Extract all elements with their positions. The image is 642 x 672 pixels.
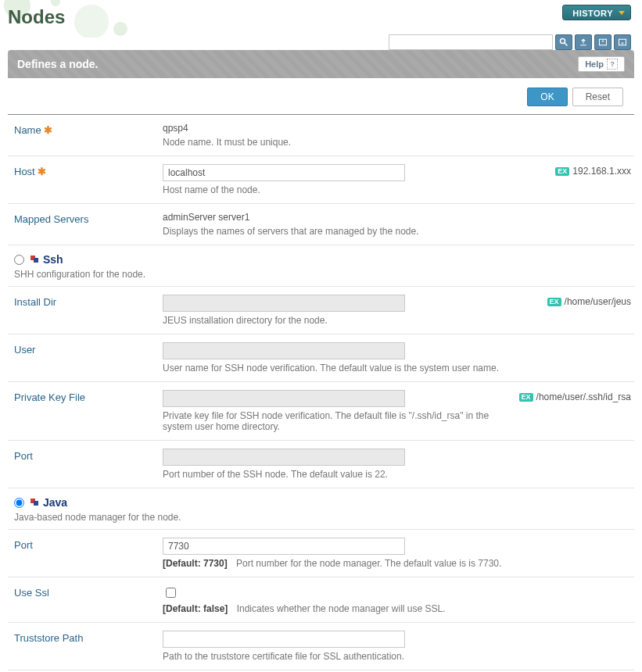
group-flag-icon <box>30 499 38 506</box>
java-radio[interactable] <box>14 498 24 508</box>
usessl-default: [Default: false] <box>163 603 228 614</box>
ssh-fields: Install Dir JEUS installation directory … <box>8 287 634 488</box>
row-mapped: Mapped Servers adminServer server1 Displ… <box>8 204 634 245</box>
value-name: qpsp4 <box>163 123 631 134</box>
xml-import-icon[interactable] <box>614 34 631 50</box>
hint-installdir-text: /home/user/jeus <box>565 296 631 307</box>
desc-installdir: JEUS installation directory for the node… <box>163 315 541 326</box>
label-user: User <box>14 342 163 356</box>
xml-export-icon[interactable] <box>594 34 612 50</box>
desc-tspath: Path to the truststore certificate file … <box>163 651 631 662</box>
basic-fields: Name✱ qpsp4 Node name. It must be unique… <box>8 115 634 245</box>
hint-pkey-text: /home/user/.ssh/id_rsa <box>536 391 631 402</box>
label-host: Host <box>14 166 35 177</box>
desc-javaport: Port number for the node manager. The de… <box>236 558 501 569</box>
search-input[interactable] <box>389 34 553 50</box>
help-button[interactable]: Help <box>578 56 625 72</box>
page-title: Nodes <box>8 6 65 28</box>
group-ssh-title: Ssh <box>43 253 63 266</box>
page-header: Nodes HISTORY <box>0 0 642 47</box>
pkey-input <box>163 390 405 407</box>
label-name: Name <box>14 124 41 136</box>
hint-host: EX 192.168.1.xxx <box>549 164 631 177</box>
desc-usessl: Indicates whether the node manager will … <box>237 603 446 614</box>
hint-host-text: 192.168.1.xxx <box>572 166 631 177</box>
svg-line-1 <box>565 43 568 46</box>
action-row-top: OK Reset <box>8 78 634 115</box>
section-title-text: Defines a node. <box>17 58 98 70</box>
group-java: Java Java-based node manager for the nod… <box>8 488 634 530</box>
desc-name: Node name. It must be unique. <box>163 137 631 148</box>
label-javaport: Port <box>14 538 163 551</box>
row-user: User User name for SSH node verification… <box>8 334 634 382</box>
desc-pkey: Private key file for SSH node verificati… <box>163 410 513 432</box>
desc-host: Host name of the node. <box>163 184 549 195</box>
row-sshport: Port Port number of the SSH node. The de… <box>8 441 634 488</box>
desc-mapped: Displays the names of servers that are m… <box>163 226 631 237</box>
export-icon[interactable] <box>575 34 592 50</box>
row-installdir: Install Dir JEUS installation directory … <box>8 287 634 334</box>
section-title-bar: Defines a node. Help <box>8 50 634 78</box>
label-pkey: Private Key File <box>14 390 163 403</box>
required-icon: ✱ <box>44 124 52 136</box>
row-usessl: Use Ssl [Default: false] Indicates wheth… <box>8 577 634 623</box>
desc-user: User name for SSH node verification. The… <box>163 363 631 374</box>
sshport-input <box>163 449 405 466</box>
label-installdir: Install Dir <box>14 295 163 308</box>
usessl-checkbox[interactable] <box>166 588 176 598</box>
javaport-default: [Default: 7730] <box>163 558 228 569</box>
svg-point-0 <box>561 39 565 44</box>
host-input[interactable] <box>163 164 405 181</box>
label-usessl: Use Ssl <box>14 585 163 599</box>
value-mapped: adminServer server1 <box>163 212 631 223</box>
ssh-radio[interactable] <box>14 255 24 265</box>
installdir-input <box>163 295 405 312</box>
label-sshport: Port <box>14 449 163 462</box>
ex-badge: EX <box>547 298 561 306</box>
java-fields: Port [Default: 7730] Port number for the… <box>8 530 634 672</box>
tspath-input[interactable] <box>163 631 405 648</box>
label-tspath: Truststore Path <box>14 631 163 644</box>
label-mapped: Mapped Servers <box>14 212 163 225</box>
ex-badge: EX <box>519 393 533 402</box>
group-java-title: Java <box>43 496 67 509</box>
history-button[interactable]: HISTORY <box>562 5 631 20</box>
user-input <box>163 342 405 359</box>
javaport-input[interactable] <box>163 538 405 555</box>
group-ssh: Ssh SHH configuration for the node. <box>8 245 634 287</box>
row-host: Host✱ Host name of the node. EX 192.168.… <box>8 156 634 204</box>
desc-sshport: Port number of the SSH node. The default… <box>163 469 631 480</box>
row-name: Name✱ qpsp4 Node name. It must be unique… <box>8 115 634 156</box>
group-java-desc: Java-based node manager for the node. <box>14 512 631 523</box>
row-tspath: Truststore Path Path to the truststore c… <box>8 623 634 670</box>
hint-installdir: EX /home/user/jeus <box>541 295 631 307</box>
reset-button[interactable]: Reset <box>572 88 623 106</box>
search-icon[interactable] <box>555 34 572 50</box>
required-icon: ✱ <box>38 166 46 177</box>
row-pkey: Private Key File Private key file for SS… <box>8 382 634 441</box>
top-tools <box>389 34 631 50</box>
ex-badge: EX <box>555 167 569 176</box>
hint-pkey: EX /home/user/.ssh/id_rsa <box>513 390 631 402</box>
group-ssh-desc: SHH configuration for the node. <box>14 269 631 280</box>
group-flag-icon <box>30 256 38 263</box>
help-button-label: Help <box>585 59 604 69</box>
row-javaport: Port [Default: 7730] Port number for the… <box>8 530 634 577</box>
ok-button[interactable]: OK <box>527 88 567 106</box>
